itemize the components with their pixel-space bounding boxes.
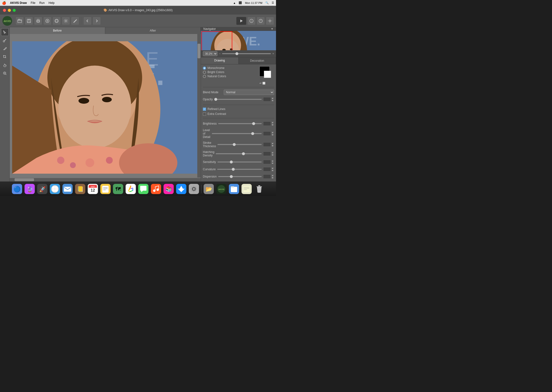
forward-button[interactable]: [93, 17, 101, 25]
pencil-tool[interactable]: [1, 45, 9, 52]
bright-colors-radio[interactable]: [203, 71, 206, 74]
hatching-down[interactable]: ▼: [271, 154, 274, 156]
blend-mode-select[interactable]: Normal Multiply Screen Overlay: [224, 90, 274, 95]
preferences-button[interactable]: [266, 17, 274, 25]
sensitivity-down[interactable]: ▼: [271, 162, 274, 164]
dock-messages[interactable]: [138, 183, 149, 195]
dispersion-value[interactable]: 29: [263, 174, 271, 179]
brightness-up[interactable]: ▲: [271, 121, 274, 124]
horizontal-scroll-thumb[interactable]: [15, 178, 34, 181]
menu-help[interactable]: Help: [49, 1, 55, 5]
apple-menu[interactable]: 🍎: [2, 1, 6, 5]
hand-tool[interactable]: [1, 61, 9, 69]
back-button[interactable]: [83, 17, 92, 25]
minimize-button[interactable]: [8, 9, 11, 12]
menu-run[interactable]: Run: [39, 1, 45, 5]
swap-colors-icon[interactable]: ⇄: [259, 82, 261, 85]
dispersion-slider[interactable]: [218, 176, 262, 177]
zoom-tool[interactable]: [1, 69, 9, 77]
dock-photos[interactable]: [125, 183, 137, 195]
zoom-out-icon[interactable]: −: [219, 52, 221, 55]
natural-colors-radio[interactable]: [203, 75, 206, 78]
lod-up[interactable]: ▲: [271, 131, 274, 134]
tab-after[interactable]: After: [105, 27, 201, 34]
dock-akvis[interactable]: AKVIS: [216, 183, 227, 195]
stroke-thickness-slider[interactable]: [217, 144, 262, 145]
open-button[interactable]: [16, 17, 24, 25]
brightness-down[interactable]: ▼: [271, 124, 274, 126]
sensitivity-slider[interactable]: [217, 162, 262, 162]
brush-tool[interactable]: [1, 36, 9, 44]
tab-before[interactable]: Before: [10, 27, 105, 34]
dispersion-down[interactable]: ▼: [271, 177, 274, 179]
horizontal-scrollbar[interactable]: [10, 178, 197, 181]
dock-safari[interactable]: [49, 183, 61, 195]
lod-down[interactable]: ▼: [271, 134, 274, 136]
vertical-scrollbar[interactable]: [197, 34, 201, 178]
sensitivity-value[interactable]: 30: [263, 160, 271, 164]
radio-natural[interactable]: Natural Colors: [203, 75, 258, 78]
dock-notes[interactable]: [100, 183, 111, 195]
background-color-swatch[interactable]: [264, 71, 271, 78]
opacity-slider[interactable]: [214, 99, 262, 100]
opacity-up[interactable]: ▲: [271, 97, 274, 99]
opacity-down[interactable]: ▼: [271, 99, 274, 102]
refined-lines-checkbox[interactable]: [203, 108, 206, 111]
curvature-value[interactable]: 7: [263, 167, 271, 171]
opacity-value[interactable]: 0: [263, 97, 271, 102]
stroke-up[interactable]: ▲: [271, 142, 274, 145]
curvature-down[interactable]: ▼: [271, 169, 274, 172]
level-of-detail-slider[interactable]: [212, 133, 262, 134]
stroke-down[interactable]: ▼: [271, 145, 274, 147]
zoom-in-icon[interactable]: +: [272, 52, 274, 55]
brightness-slider[interactable]: [218, 123, 262, 124]
menu-file[interactable]: File: [31, 1, 35, 5]
dock-launchpad[interactable]: 🚀: [36, 183, 48, 195]
radio-monochrome[interactable]: Monochrome: [203, 66, 258, 70]
dock-appstore[interactable]: [175, 183, 187, 195]
dock-sysprefs[interactable]: [188, 183, 200, 195]
menu-app-name[interactable]: AKVIS Draw: [10, 1, 27, 5]
dock-files[interactable]: [228, 183, 240, 195]
tab-drawing[interactable]: Drawing: [201, 57, 239, 64]
dispersion-up[interactable]: ▲: [271, 174, 274, 177]
brightness-value[interactable]: 84: [263, 121, 271, 126]
extra-contrast-checkbox[interactable]: [203, 112, 206, 116]
hatching-density-value[interactable]: 122: [263, 152, 271, 156]
settings-button[interactable]: [62, 17, 70, 25]
info-button[interactable]: i: [247, 17, 256, 25]
menu-extras-icon[interactable]: ☰: [272, 1, 274, 4]
dock-music[interactable]: [150, 183, 162, 195]
level-of-detail-value[interactable]: 84: [263, 131, 271, 136]
curvature-up[interactable]: ▲: [271, 167, 274, 169]
curvature-slider[interactable]: [217, 169, 262, 170]
dock-finder[interactable]: 🔵: [11, 183, 23, 195]
dock-books[interactable]: 📚: [163, 183, 174, 195]
navigator-collapse[interactable]: ▼: [271, 27, 274, 31]
dock-calendar[interactable]: 12MAR: [87, 183, 99, 195]
navigator-preview[interactable]: WE.: [201, 31, 276, 50]
monochrome-radio[interactable]: [203, 67, 206, 70]
help-button[interactable]: ?: [257, 17, 265, 25]
dock-stickies[interactable]: [241, 183, 252, 195]
select-tool[interactable]: [1, 28, 9, 36]
dock-siri[interactable]: 🔮: [24, 183, 35, 195]
crop-tool[interactable]: [1, 53, 9, 61]
maximize-button[interactable]: [13, 9, 16, 12]
dock-finder2[interactable]: 📂: [203, 183, 215, 195]
paint-button[interactable]: [71, 17, 79, 25]
dock-maps[interactable]: 🗺: [112, 183, 124, 195]
dock-contacts[interactable]: 📒: [74, 183, 86, 195]
dock-trash[interactable]: [253, 183, 265, 195]
zoom-slider[interactable]: [222, 53, 271, 54]
batch-save-button[interactable]: [52, 17, 61, 25]
radio-bright[interactable]: Bright Colors: [203, 70, 258, 74]
save-button[interactable]: [25, 17, 33, 25]
print-button[interactable]: [34, 17, 42, 25]
zoom-select[interactable]: 30.2% 10% 25% 50% 75% 100%: [203, 51, 217, 56]
hatching-up[interactable]: ▲: [271, 151, 274, 154]
reset-colors-icon[interactable]: ⬜: [262, 82, 265, 85]
batch-open-button[interactable]: [43, 17, 52, 25]
stroke-thickness-value[interactable]: 8: [263, 142, 271, 147]
dock-mail[interactable]: [62, 183, 73, 195]
